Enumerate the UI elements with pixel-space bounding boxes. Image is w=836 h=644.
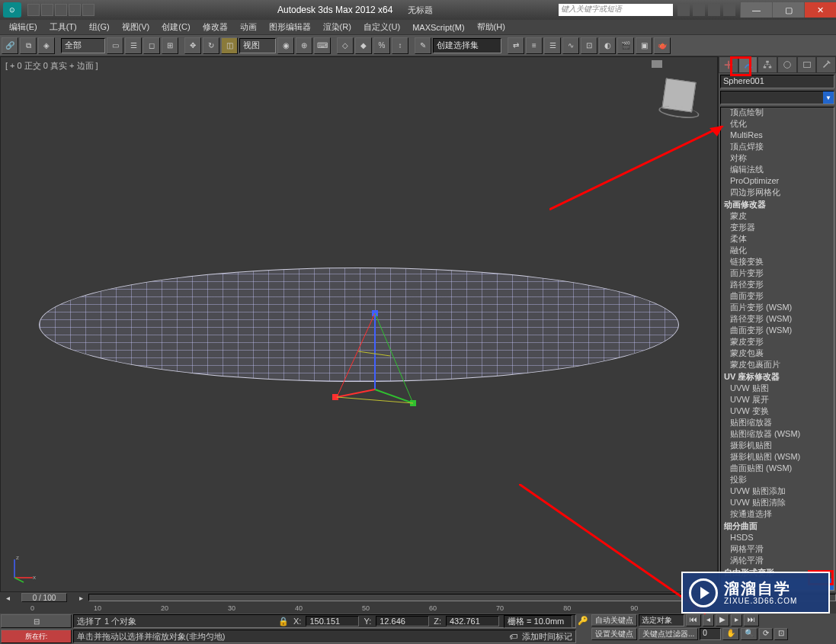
app-icon[interactable]: ⊙ xyxy=(3,2,21,18)
layers-icon[interactable]: ☰ xyxy=(544,37,561,54)
maximize-button[interactable]: ▢ xyxy=(772,2,804,18)
modifier-item[interactable]: UVW 变换 xyxy=(721,405,834,417)
keyboard-shortcut-icon[interactable]: ⌨ xyxy=(314,37,331,54)
exchange-icon[interactable] xyxy=(708,4,720,16)
modifier-item[interactable]: 曲面变形 xyxy=(721,290,834,302)
select-rotate-icon[interactable]: ↻ xyxy=(203,37,219,54)
modifier-item[interactable]: 摄影机贴图 xyxy=(721,440,834,451)
nav-pan-icon[interactable]: ✋ xyxy=(722,628,739,640)
modifier-item[interactable]: 贴图缩放器 (WSM) xyxy=(721,428,834,440)
create-tab[interactable] xyxy=(719,56,738,73)
add-time-tag[interactable]: 添加时间标记 xyxy=(522,631,572,642)
time-tag-icon[interactable]: 🏷 xyxy=(509,632,517,641)
modifier-item[interactable]: MultiRes xyxy=(721,130,834,141)
modifier-item[interactable]: 摄影机贴图 (WSM) xyxy=(721,451,834,463)
modifier-item[interactable]: 四边形网格化 xyxy=(721,187,834,198)
qat-undo-icon[interactable] xyxy=(69,4,81,16)
help-search-input[interactable]: 键入关键字或短语 xyxy=(559,4,673,16)
modifier-item[interactable]: 面片变形 (WSM) xyxy=(721,302,834,313)
modifier-item[interactable]: 蒙皮包裹 xyxy=(721,348,834,359)
modifier-item[interactable]: 贴图缩放器 xyxy=(721,417,834,428)
select-move-icon[interactable]: ✥ xyxy=(184,37,201,54)
modifier-item[interactable]: 面片变形 xyxy=(721,268,834,279)
play-prev-icon[interactable]: ◂ xyxy=(703,614,714,626)
hierarchy-tab[interactable] xyxy=(758,56,777,73)
modifier-item[interactable]: 顶点绘制 xyxy=(721,107,834,118)
snap-toggle-icon[interactable]: ◇ xyxy=(337,37,354,54)
time-slider[interactable]: 0 / 100 xyxy=(21,593,67,602)
window-cross-icon[interactable]: ⊞ xyxy=(162,37,178,54)
current-line[interactable]: 所在行: xyxy=(1,630,72,643)
select-icon[interactable]: ▭ xyxy=(107,37,123,54)
modifier-item[interactable]: 优化 xyxy=(721,118,834,130)
key-selset[interactable]: 选定对象 xyxy=(639,614,684,626)
render-frame-icon[interactable]: ▣ xyxy=(636,37,652,54)
modifier-item[interactable]: 对称 xyxy=(721,152,834,164)
modifier-item[interactable]: HSDS xyxy=(721,532,834,543)
viewport[interactable]: [ + 0 正交 0 真实 + 边面 ] z x xyxy=(0,56,718,592)
coord-z[interactable]: 432.761 xyxy=(446,616,499,626)
nav-max-icon[interactable]: ⊡ xyxy=(774,628,788,640)
nav-orbit-icon[interactable]: ⟳ xyxy=(759,628,773,640)
modifier-item[interactable]: 路径变形 xyxy=(721,279,834,290)
percent-snap-icon[interactable]: % xyxy=(373,37,390,54)
mirror-icon[interactable]: ⇄ xyxy=(508,37,524,54)
viewport-label[interactable]: [ + 0 正交 0 真实 + 边面 ] xyxy=(5,60,98,72)
bind-icon[interactable]: ◈ xyxy=(38,37,55,54)
curve-editor-icon[interactable]: ∿ xyxy=(562,37,579,54)
key-icon[interactable]: 🔑 xyxy=(578,616,590,626)
modifier-item[interactable]: 曲面变形 (WSM) xyxy=(721,325,834,336)
play-icon[interactable]: ▶ xyxy=(716,614,729,626)
modifier-list-dropdown[interactable]: ▼ xyxy=(720,91,834,104)
select-name-icon[interactable]: ☰ xyxy=(125,37,142,54)
play-end-icon[interactable]: ⏭ xyxy=(744,614,759,626)
render-setup-icon[interactable]: 🎬 xyxy=(617,37,634,54)
menu-group[interactable]: 组(G) xyxy=(83,20,116,34)
qat-redo-icon[interactable] xyxy=(82,4,94,16)
motion-tab[interactable] xyxy=(777,56,797,73)
play-start-icon[interactable]: ⏮ xyxy=(686,614,701,626)
modifier-item[interactable]: UVW 展开 xyxy=(721,394,834,405)
select-manip-icon[interactable]: ⊕ xyxy=(296,37,312,54)
schematic-icon[interactable]: ⊡ xyxy=(581,37,597,54)
link-icon[interactable]: 🔗 xyxy=(2,37,18,54)
nav-zoom-icon[interactable]: 🔍 xyxy=(741,628,758,640)
menu-create[interactable]: 创建(C) xyxy=(155,20,196,34)
menu-views[interactable]: 视图(V) xyxy=(116,20,156,34)
lock-icon[interactable]: 🔒 xyxy=(278,617,289,626)
viewcube[interactable] xyxy=(661,78,696,112)
keyfilter-button[interactable]: 关键点过滤器... xyxy=(639,628,698,640)
autokey-button[interactable]: 自动关键点 xyxy=(591,614,637,626)
select-scale-icon[interactable]: ◫ xyxy=(221,37,238,54)
modifier-item[interactable]: 路径变形 (WSM) xyxy=(721,313,834,325)
selection-filter[interactable]: 全部 xyxy=(61,38,105,53)
modifier-item[interactable]: UVW 贴图添加 xyxy=(721,485,834,497)
infocenter-icon[interactable] xyxy=(677,4,690,16)
modifier-item[interactable]: 动画修改器 xyxy=(721,198,834,210)
menu-edit[interactable]: 编辑(E) xyxy=(3,20,43,34)
named-selection-sets[interactable]: 创建选择集 xyxy=(433,38,501,53)
display-tab[interactable] xyxy=(797,56,817,73)
timeline-next-icon[interactable]: ▸ xyxy=(73,594,88,602)
signin-icon[interactable] xyxy=(693,4,705,16)
modifier-item[interactable]: 编辑法线 xyxy=(721,164,834,175)
menu-help[interactable]: 帮助(H) xyxy=(471,20,511,34)
transform-gizmo[interactable] xyxy=(344,313,436,420)
menu-customize[interactable]: 自定义(U) xyxy=(357,20,406,34)
modifier-item[interactable]: 链接变换 xyxy=(721,256,834,268)
dropdown-arrow-icon[interactable]: ▼ xyxy=(823,91,834,104)
utilities-tab[interactable] xyxy=(816,56,836,73)
maxscript-mini-listener[interactable]: ⊟ xyxy=(1,614,72,628)
play-next-icon[interactable]: ▸ xyxy=(731,614,742,626)
spinner-snap-icon[interactable]: ↕ xyxy=(392,37,408,54)
modifier-item[interactable]: 细分曲面 xyxy=(721,520,834,532)
minimize-button[interactable]: — xyxy=(740,2,772,18)
timeline-prev-icon[interactable]: ◂ xyxy=(0,594,15,602)
setkey-button[interactable]: 设置关键点 xyxy=(591,628,637,640)
modifier-item[interactable]: UVW 贴图 xyxy=(721,383,834,394)
menu-rendering[interactable]: 渲染(R) xyxy=(317,20,357,34)
modifier-item[interactable]: 按通道选择 xyxy=(721,508,834,520)
menu-grapheditors[interactable]: 图形编辑器 xyxy=(263,20,317,34)
coord-y[interactable]: 12.646 xyxy=(376,616,429,626)
material-editor-icon[interactable]: ◐ xyxy=(599,37,616,54)
